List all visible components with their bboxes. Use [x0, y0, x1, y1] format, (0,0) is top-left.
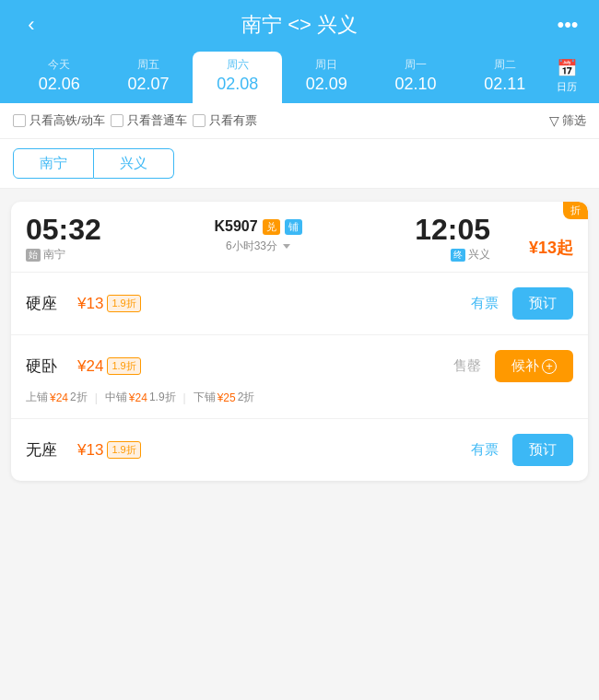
station-tabs: 南宁 兴义: [0, 139, 599, 189]
seat-price-yingzuo: ¥13 1.9折: [77, 295, 457, 313]
discount-corner: 折: [563, 202, 588, 219]
date-tab-3[interactable]: 周日 02.09: [282, 52, 371, 103]
seat-price-wuzuo: ¥13 1.9折: [77, 441, 457, 460]
depart-station-name: 南宁: [43, 248, 65, 261]
book-btn-yingwo-label: 候补: [511, 357, 539, 375]
week-label-1: 周五: [108, 57, 190, 73]
filter-youpiao[interactable]: 只看有票: [193, 112, 257, 129]
week-label-2: 周六: [196, 57, 278, 73]
plus-icon: +: [542, 359, 557, 374]
seat-name-yingzuo: 硬座: [26, 293, 77, 314]
discount-yingwo: 1.9折: [107, 357, 140, 375]
berth-zhong-price: ¥24: [129, 391, 147, 404]
train-number-row: K5907 兑 铺: [101, 218, 415, 235]
calendar-icon: 📅: [557, 58, 577, 78]
depart-info: 05:32 始南宁: [26, 215, 101, 262]
more-button[interactable]: •••: [551, 13, 584, 37]
price-value-yingwo: ¥24: [77, 357, 103, 376]
discount-wuzuo: 1.9折: [107, 441, 140, 459]
filter-gaotie-checkbox[interactable]: [13, 114, 26, 127]
filter-gaotie[interactable]: 只看高铁/动车: [13, 112, 105, 129]
train-number: K5907: [214, 218, 257, 235]
filter-youpiao-label: 只看有票: [209, 112, 257, 129]
date-label-5: 02.11: [464, 75, 546, 94]
price-value-yingzuo: ¥13: [77, 295, 103, 313]
station-tab-xingyi[interactable]: 兴义: [94, 148, 174, 179]
seat-row-wuzuo: 无座 ¥13 1.9折 有票 预订: [11, 419, 588, 481]
calendar-label: 日历: [557, 80, 577, 94]
week-label-5: 周二: [464, 57, 546, 73]
seat-name-yingwo: 硬卧: [26, 356, 77, 377]
header: ‹ 南宁 <> 兴义 ••• 今天 02.06 周五 02.07 周六 02.0…: [0, 0, 599, 103]
filter-putong[interactable]: 只看普通车: [111, 112, 187, 129]
price-main: ¥13起: [529, 237, 573, 259]
date-label-3: 02.09: [286, 75, 368, 94]
filter-action-label: 筛选: [562, 112, 586, 129]
train-card: 05:32 始南宁 K5907 兑 铺 6小时33分 12:05 终兴义 折 ¥…: [11, 202, 588, 481]
berth-zhong-label: 中铺: [105, 390, 127, 405]
seat-row-yingzuo: 硬座 ¥13 1.9折 有票 预订: [11, 273, 588, 335]
depart-station: 始南宁: [26, 247, 101, 262]
arrive-station-name: 兴义: [468, 248, 490, 261]
berth-sep-2: |: [183, 391, 186, 404]
filter-youpiao-checkbox[interactable]: [193, 114, 206, 127]
seat-name-wuzuo: 无座: [26, 439, 77, 461]
badge-pu: 铺: [285, 219, 302, 235]
filter-funnel-icon: ▽: [549, 113, 559, 128]
date-tab-2[interactable]: 周六 02.08: [193, 52, 282, 103]
book-btn-wuzuo[interactable]: 预订: [512, 434, 573, 466]
duration-text: 6小时33分: [226, 239, 277, 254]
header-top: ‹ 南宁 <> 兴义 •••: [15, 11, 584, 39]
price-value-wuzuo: ¥13: [77, 441, 103, 460]
date-label-4: 02.10: [375, 75, 457, 94]
book-btn-yingwo[interactable]: 候补 +: [495, 350, 573, 382]
berth-zhong-discount: 1.9折: [149, 390, 176, 405]
date-tab-0[interactable]: 今天 02.06: [15, 52, 104, 103]
route-title: 南宁 <> 兴义: [48, 11, 551, 39]
back-button[interactable]: ‹: [15, 13, 48, 37]
date-tab-4[interactable]: 周一 02.10: [371, 52, 461, 103]
avail-yingwo: 售罄: [440, 357, 495, 375]
discount-yingzuo: 1.9折: [107, 295, 140, 312]
filter-action-button[interactable]: ▽ 筛选: [549, 112, 586, 129]
seat-row-yingwo: 硬卧 ¥24 1.9折 售罄 候补 +: [11, 335, 588, 390]
train-duration: 6小时33分: [101, 239, 415, 254]
date-tabs: 今天 02.06 周五 02.07 周六 02.08 周日 02.09 周一 0…: [15, 52, 584, 103]
berth-xia-label: 下铺: [194, 390, 216, 405]
seat-price-yingwo: ¥24 1.9折: [77, 357, 440, 376]
avail-wuzuo: 有票: [457, 441, 512, 459]
filter-putong-label: 只看普通车: [127, 112, 187, 129]
book-btn-yingzuo[interactable]: 预订: [512, 287, 573, 320]
week-label-4: 周一: [375, 57, 457, 73]
expand-icon[interactable]: [283, 244, 290, 249]
filter-putong-checkbox[interactable]: [111, 114, 123, 127]
station-tab-nanning[interactable]: 南宁: [13, 148, 94, 179]
date-tab-1[interactable]: 周五 02.07: [104, 52, 194, 103]
berth-xia: 下铺 ¥25 2折: [194, 390, 255, 405]
filter-gaotie-label: 只看高铁/动车: [29, 112, 105, 129]
arrive-time: 12:05: [415, 215, 490, 244]
filter-bar: 只看高铁/动车 只看普通车 只看有票 ▽ 筛选: [0, 103, 599, 139]
date-tab-5[interactable]: 周二 02.11: [460, 52, 549, 103]
end-tag: 终: [451, 249, 465, 262]
calendar-tab[interactable]: 📅 日历: [549, 52, 584, 103]
avail-yingzuo: 有票: [457, 295, 512, 312]
origin-tag: 始: [26, 249, 41, 262]
berth-row: 上铺 ¥24 2折 | 中铺 ¥24 1.9折 | 下铺 ¥25 2折: [11, 390, 588, 419]
berth-shang-price: ¥24: [50, 391, 68, 404]
berth-shang-discount: 2折: [70, 390, 88, 405]
depart-time: 05:32: [26, 215, 101, 244]
arrive-station: 终兴义: [415, 247, 490, 262]
berth-shang: 上铺 ¥24 2折: [26, 390, 88, 405]
berth-shang-label: 上铺: [26, 390, 48, 405]
week-label-3: 周日: [286, 57, 368, 73]
berth-zhong: 中铺 ¥24 1.9折: [105, 390, 176, 405]
train-middle: K5907 兑 铺 6小时33分: [101, 215, 415, 254]
week-label-0: 今天: [18, 57, 100, 73]
date-label-0: 02.06: [18, 75, 100, 94]
berth-xia-discount: 2折: [238, 390, 255, 405]
berth-sep-1: |: [95, 391, 98, 404]
date-label-2: 02.08: [196, 75, 278, 94]
train-header: 05:32 始南宁 K5907 兑 铺 6小时33分 12:05 终兴义 折 ¥…: [11, 202, 588, 273]
date-label-1: 02.07: [108, 75, 190, 94]
